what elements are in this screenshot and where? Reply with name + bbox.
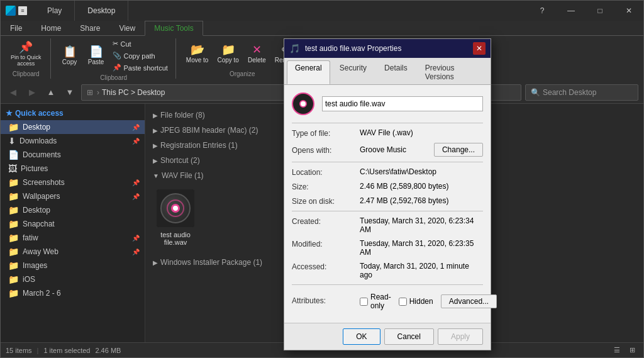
back-btn[interactable]: ◀: [6, 85, 21, 100]
dialog-tab-prev-versions[interactable]: Previous Versions: [417, 60, 488, 84]
sidebar-item-desktop2[interactable]: 📁 Desktop: [1, 203, 145, 217]
downloads-icon: ⬇: [8, 136, 16, 146]
tab-play[interactable]: Play: [35, 1, 75, 21]
cancel-btn[interactable]: Cancel: [384, 328, 434, 345]
readonly-checkbox-label[interactable]: Read-only: [360, 293, 391, 310]
folder-icon: 📁: [8, 247, 19, 257]
pictures-icon: 🖼: [8, 164, 17, 174]
dialog-close-btn[interactable]: ✕: [473, 42, 486, 55]
readonly-checkbox[interactable]: [360, 298, 368, 306]
maximize-btn[interactable]: □: [586, 1, 614, 21]
search-box[interactable]: 🔍 Search Desktop: [525, 84, 638, 101]
move-to-btn[interactable]: 📂 Move to: [182, 43, 213, 65]
ribbon-group-label-organize: Organize: [230, 69, 255, 79]
ok-btn[interactable]: OK: [343, 328, 380, 345]
dialog-body: Type of file: WAV File (.wav) Opens with…: [284, 85, 491, 323]
location-label: Location:: [292, 167, 355, 177]
minimize-btn[interactable]: —: [557, 1, 586, 21]
opens-with-label: Opens with:: [292, 145, 355, 155]
ribbon-tab-share[interactable]: Share: [70, 21, 109, 35]
delete-btn[interactable]: ✕ Delete: [244, 43, 270, 65]
list-item[interactable]: test audio file.wav: [150, 184, 201, 251]
accessed-value: Today, March 31, 2020, 1 minute ago: [360, 262, 483, 279]
dialog-tab-security[interactable]: Security: [331, 60, 375, 84]
advanced-btn[interactable]: Advanced...: [441, 294, 497, 308]
collapse-arrow: ▶: [153, 112, 158, 119]
file-name-input[interactable]: [322, 96, 483, 111]
size-on-disk-label: Size on disk:: [292, 196, 355, 206]
paste-shortcut-btn[interactable]: 📌 Paste shortcut: [110, 62, 170, 73]
status-details-view-btn[interactable]: ☰: [611, 344, 623, 357]
dialog-footer: OK Cancel Apply: [284, 323, 491, 350]
pin-icon: 📌: [132, 193, 140, 200]
ribbon-tab-music-tools[interactable]: Music Tools: [145, 21, 203, 36]
ribbon-group-items-clipboard: 📋 Copy 📄 Paste ✂ Cut 📎 Copy path 📌 Paste…: [57, 38, 170, 73]
sidebar-item-pictures[interactable]: 🖼 Pictures: [1, 162, 145, 176]
ribbon-tab-view[interactable]: View: [109, 21, 145, 35]
ribbon-group-label-clipboard: Clipboard: [13, 69, 40, 79]
copy-icon: 📋: [63, 46, 77, 57]
main-window: ≡ Play Desktop ? — □ ✕ File Home Share V…: [0, 0, 644, 358]
search-icon: 🔍: [531, 88, 540, 97]
collapse-arrow: ▶: [153, 157, 158, 164]
sidebar-item-screenshots[interactable]: 📁 Screenshots 📌: [1, 176, 145, 189]
pin-icon: 📌: [132, 235, 140, 242]
sidebar-item-ios[interactable]: 📁 iOS: [1, 272, 145, 286]
copy-btn[interactable]: 📋 Copy: [57, 45, 82, 67]
opens-with-row: Opens with: Groove Music Change...: [292, 143, 483, 157]
recent-btn[interactable]: ▼: [62, 85, 77, 100]
selected-count: 1 item selected: [43, 347, 90, 354]
expand-arrow: ▼: [153, 172, 159, 179]
paste-icon: 📄: [89, 46, 103, 57]
dialog-title-bar: 🎵 test audio file.wav Properties ✕: [284, 39, 491, 58]
sidebar-item-wallpapers[interactable]: 📁 Wallpapers 📌: [1, 189, 145, 203]
prop-row-size: Size: 2.46 MB (2,589,800 bytes): [292, 182, 483, 191]
star-icon: ★: [6, 109, 13, 118]
dialog-tabs: General Security Details Previous Versio…: [284, 58, 491, 85]
dialog-title: test audio file.wav Properties: [305, 44, 468, 53]
tab-desktop[interactable]: Desktop: [75, 1, 128, 21]
type-value: WAV File (.wav): [360, 128, 483, 137]
hidden-checkbox-label[interactable]: Hidden: [399, 297, 433, 306]
change-opens-with-btn[interactable]: Change...: [434, 143, 483, 157]
location-value: C:\Users\fatiw\Desktop: [360, 167, 483, 176]
sidebar-item-desktop[interactable]: 📁 Desktop 📌: [1, 120, 145, 134]
sidebar-item-away-web[interactable]: 📁 Away Web 📌: [1, 245, 145, 259]
paste-btn[interactable]: 📄 Paste: [84, 45, 109, 67]
dialog-tab-general[interactable]: General: [287, 60, 330, 84]
pin-icon: 📌: [132, 138, 140, 145]
status-large-icon-btn[interactable]: ⊞: [626, 344, 638, 357]
sidebar-item-images[interactable]: 📁 Images: [1, 259, 145, 272]
sidebar-section-quick-access[interactable]: ★ Quick access: [1, 106, 145, 120]
ribbon-tab-home[interactable]: Home: [31, 21, 70, 35]
prop-row-created: Created: Tuesday, March 31, 2020, 6:23:3…: [292, 216, 483, 234]
close-btn[interactable]: ✕: [614, 1, 643, 21]
ribbon-tab-file[interactable]: File: [1, 21, 31, 35]
up-btn[interactable]: ▲: [43, 85, 58, 100]
dialog-icon: 🎵: [289, 43, 300, 53]
ribbon-tabs: File Home Share View Music Tools: [1, 21, 643, 36]
folder-icon: 📁: [8, 233, 19, 243]
size-label: Size:: [292, 182, 355, 191]
apply-btn[interactable]: Apply: [438, 328, 483, 345]
dialog-tab-details[interactable]: Details: [376, 60, 416, 84]
title-bar-left: ≡: [1, 6, 32, 16]
separator2: [292, 162, 483, 162]
pin-icon: 📌: [132, 249, 140, 255]
sidebar-item-documents[interactable]: 📄 Documents: [1, 148, 145, 162]
cut-btn[interactable]: ✂ Cut: [110, 38, 170, 49]
move-icon: 📂: [191, 44, 204, 55]
sidebar-item-march[interactable]: 📁 March 2 - 6: [1, 286, 145, 300]
copy-to-btn[interactable]: 📁 Copy to: [213, 43, 242, 65]
ribbon-group-items-pin: 📌 Pin to Quickaccess: [7, 38, 45, 69]
title-bar-tabs: Play Desktop: [35, 1, 128, 21]
copy-path-btn[interactable]: 📎 Copy path: [110, 50, 170, 61]
sidebar-item-snapchat[interactable]: 📁 Snapchat: [1, 217, 145, 231]
help-btn[interactable]: ?: [528, 1, 557, 21]
hidden-checkbox[interactable]: [399, 298, 407, 306]
forward-btn[interactable]: ▶: [25, 85, 40, 100]
sidebar-item-downloads[interactable]: ⬇ Downloads 📌: [1, 134, 145, 148]
sidebar-item-fatiw[interactable]: 📁 fatiw 📌: [1, 231, 145, 245]
pin-to-quick-access-btn[interactable]: 📌 Pin to Quickaccess: [7, 40, 45, 68]
prop-row-accessed: Accessed: Today, March 31, 2020, 1 minut…: [292, 262, 483, 279]
